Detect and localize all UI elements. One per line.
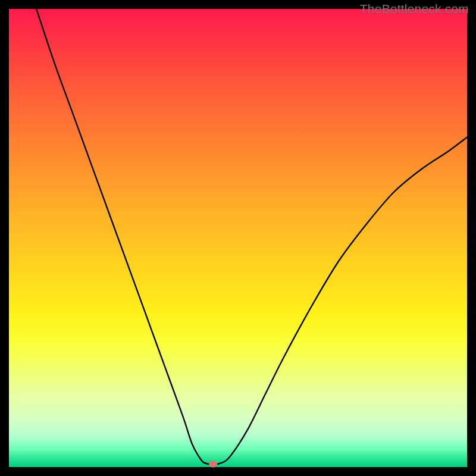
min-point-marker xyxy=(209,461,217,468)
plot-area xyxy=(9,9,467,467)
bottleneck-curve-path xyxy=(36,9,467,465)
chart-stage: TheBottleneck.com xyxy=(0,0,476,476)
watermark-label: TheBottleneck.com xyxy=(360,2,469,16)
curve-svg xyxy=(9,9,467,467)
